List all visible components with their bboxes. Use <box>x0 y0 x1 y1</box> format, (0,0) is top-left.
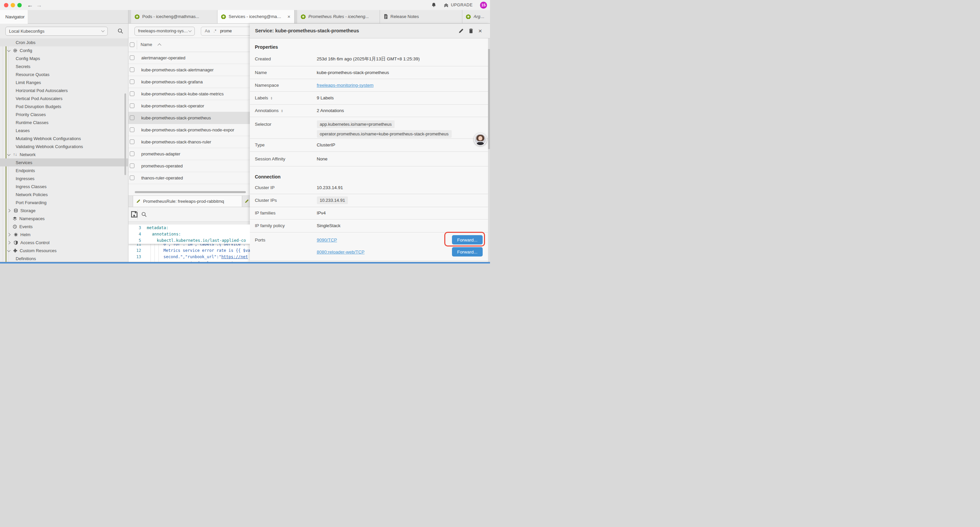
table-row[interactable]: kube-prometheus-stack-alertmanager <box>129 64 250 76</box>
sidebar-item-secrets[interactable]: Secrets <box>0 62 128 70</box>
row-checkbox[interactable] <box>130 175 134 180</box>
sidebar-item-services[interactable]: Services <box>0 158 128 166</box>
row-checkbox[interactable] <box>130 80 134 84</box>
sidebar-group-network[interactable]: ↑↓ Network <box>0 150 128 158</box>
avatar[interactable] <box>474 133 487 146</box>
sidebar-item-definitions[interactable]: Definitions <box>0 255 128 262</box>
sidebar-item-events[interactable]: Events <box>0 223 128 231</box>
back-icon[interactable]: ← <box>27 1 33 10</box>
sidebar-item-limit-ranges[interactable]: Limit Ranges <box>0 78 128 86</box>
sidebar-item-resource-quotas[interactable]: Resource Quotas <box>0 70 128 78</box>
sidebar-item-leases[interactable]: Leases <box>0 126 128 134</box>
close-panel-icon[interactable]: × <box>478 29 482 33</box>
trash-icon[interactable] <box>469 29 473 33</box>
tab-release-notes[interactable]: Release Notes <box>380 10 462 23</box>
services-search-input[interactable]: Aa .* prome <box>201 27 250 36</box>
match-case-toggle[interactable]: Aa <box>205 29 210 33</box>
namespace-select[interactable]: freeleaps-monitoring-system <box>134 27 195 36</box>
horizontal-scrollbar[interactable] <box>135 191 246 193</box>
bell-icon[interactable] <box>431 2 436 8</box>
save-icon[interactable] <box>131 211 138 218</box>
editor-tab-prometheusrule[interactable]: PrometheusRule: freeleaps-prod-rabbitmq <box>133 196 242 207</box>
sidebar-group-storage[interactable]: Storage <box>0 207 128 215</box>
table-row[interactable]: kube-prometheus-stack-thanos-ruler <box>129 136 250 148</box>
sidebar-item-validating-webhook-configurations[interactable]: Validating Webhook Configurations <box>0 142 128 150</box>
close-tab-icon[interactable]: × <box>285 14 291 19</box>
regex-toggle[interactable]: .* <box>213 29 216 33</box>
select-all-checkbox[interactable] <box>130 42 134 47</box>
sidebar-item-runtime-classes[interactable]: Runtime Classes <box>0 118 128 126</box>
sort-ascending-icon[interactable] <box>158 43 161 47</box>
database-icon <box>13 209 18 213</box>
sidebar-item-pod-disruption-budgets[interactable]: Pod Disruption Budgets <box>0 102 128 110</box>
yaml-editor[interactable]: 110","for":"1m","labels":{"service":" 12… <box>129 224 250 262</box>
kubeconfig-select[interactable]: Local Kubeconfigs <box>5 27 108 36</box>
code-link[interactable]: https://net <box>221 255 248 259</box>
annotations-count: 2 Annotations <box>317 108 344 113</box>
sidebar-item-mutating-webhook-configurations[interactable]: Mutating Webhook Configurations <box>0 134 128 142</box>
tab-argo[interactable]: Argo Se <box>462 10 490 23</box>
sidebar-search-icon[interactable] <box>118 28 123 34</box>
forward-button-8080[interactable]: Forward... <box>452 247 483 256</box>
close-window-button[interactable] <box>4 3 8 7</box>
forward-icon[interactable]: → <box>36 1 42 10</box>
port-link-9090[interactable]: 9090/TCP <box>317 237 364 243</box>
row-checkbox[interactable] <box>130 91 134 96</box>
editor-tab-partial[interactable] <box>242 196 250 207</box>
table-row[interactable]: kube-prometheus-stack-operator <box>129 100 250 112</box>
chevron-down-icon <box>102 29 105 32</box>
tab-prometheus-rules[interactable]: Prometheus Rules - icecheng... <box>297 10 380 23</box>
sidebar-item-ingress-classes[interactable]: Ingress Classes <box>0 182 128 191</box>
expand-collapse-icon[interactable]: ▲▼ <box>270 96 272 100</box>
sidebar-item-priority-classes[interactable]: Priority Classes <box>0 110 128 118</box>
sidebar-group-access-control[interactable]: Access Control <box>0 239 128 247</box>
tab-pods[interactable]: Pods - icecheng@mathmas... <box>131 10 218 23</box>
port-link-8080[interactable]: 8080:reloader-web/TCP <box>317 250 364 255</box>
table-row[interactable]: prometheus-operated <box>129 160 250 172</box>
sidebar-item-ingresses[interactable]: Ingresses <box>0 174 128 182</box>
table-row[interactable]: kube-prometheus-stack-kube-state-metrics <box>129 88 250 100</box>
table-row[interactable]: prometheus-adapter <box>129 148 250 160</box>
sidebar-item-namespaces[interactable]: Namespaces <box>0 215 128 223</box>
row-checkbox[interactable] <box>130 115 134 120</box>
search-query: prome <box>220 29 232 33</box>
sidebar-item-network-policies[interactable]: Network Policies <box>0 191 128 199</box>
maximize-window-button[interactable] <box>18 3 22 7</box>
sidebar-item-endpoints[interactable]: Endpoints <box>0 166 128 174</box>
tab-services[interactable]: Services - icecheng@math... × <box>218 10 294 23</box>
row-checkbox[interactable] <box>130 151 134 156</box>
sidebar-item-vertical-pod-autoscalers[interactable]: Vertical Pod Autoscalers <box>0 94 128 102</box>
table-row[interactable]: alertmanager-operated <box>129 52 250 64</box>
row-checkbox[interactable] <box>130 127 134 132</box>
navigator-tab[interactable]: Navigator <box>0 10 28 24</box>
sidebar-group-helm[interactable]: Helm <box>0 231 128 239</box>
table-row[interactable]: kube-prometheus-stack-grafana <box>129 76 250 88</box>
upgrade-button[interactable]: UPGRADE <box>444 3 473 8</box>
row-checkbox[interactable] <box>130 67 134 72</box>
expand-collapse-icon[interactable]: ▲▼ <box>281 109 283 112</box>
detail-scrollbar-thumb[interactable] <box>488 49 490 149</box>
name-column-header[interactable]: Name <box>141 42 153 47</box>
bottom-dock-divider[interactable] <box>0 262 490 263</box>
edit-pencil-icon[interactable] <box>459 29 464 33</box>
namespace-link[interactable]: freeleaps-monitoring-system <box>317 83 374 88</box>
sidebar-item-cron-jobs[interactable]: Cron Jobs <box>0 38 128 46</box>
table-row[interactable]: kube-prometheus-stack-prometheus-node-ex… <box>129 124 250 136</box>
row-checkbox[interactable] <box>130 103 134 108</box>
table-row[interactable]: thanos-ruler-operated <box>129 172 250 184</box>
forward-button-9090[interactable]: Forward... <box>452 235 483 245</box>
editor-search-icon[interactable] <box>141 212 147 218</box>
table-row-selected[interactable]: kube-prometheus-stack-prometheus <box>129 112 250 124</box>
sidebar-item-port-forwarding[interactable]: Port Forwarding <box>0 199 128 207</box>
row-checkbox[interactable] <box>130 139 134 144</box>
sidebar-group-custom-resources[interactable]: Custom Resources <box>0 247 128 255</box>
sidebar-scrollbar[interactable] <box>124 93 126 175</box>
row-checkbox[interactable] <box>130 56 134 60</box>
sidebar-item-horizontal-pod-autoscalers[interactable]: Horizontal Pod Autoscalers <box>0 86 128 94</box>
avatar-face <box>478 136 482 140</box>
sidebar-group-config[interactable]: Config <box>0 46 128 54</box>
sidebar-item-config-maps[interactable]: Config Maps <box>0 54 128 62</box>
row-checkbox[interactable] <box>130 164 134 168</box>
notification-badge[interactable]: 15 <box>480 2 487 9</box>
minimize-window-button[interactable] <box>11 3 15 7</box>
